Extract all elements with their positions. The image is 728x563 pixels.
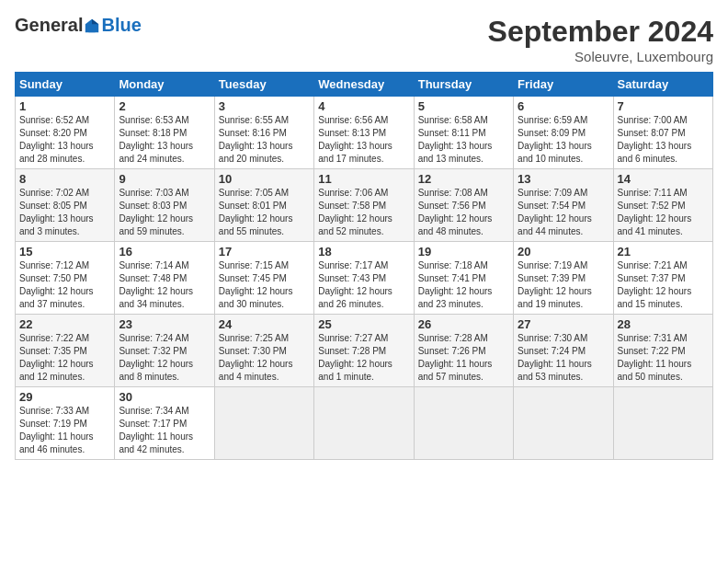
day-info: Sunrise: 7:19 AM Sunset: 7:39 PM Dayligh… bbox=[518, 259, 609, 311]
page-header: General Blue September 2024 Soleuvre, Lu… bbox=[15, 15, 713, 64]
calendar-cell bbox=[314, 387, 414, 460]
svg-rect-2 bbox=[89, 26, 96, 31]
logo: General Blue bbox=[15, 15, 142, 36]
day-info: Sunrise: 7:08 AM Sunset: 7:56 PM Dayligh… bbox=[418, 187, 509, 238]
day-number: 18 bbox=[318, 245, 409, 259]
day-info: Sunrise: 7:31 AM Sunset: 7:22 PM Dayligh… bbox=[618, 332, 709, 384]
col-tuesday: Tuesday bbox=[214, 73, 313, 97]
day-info: Sunrise: 6:52 AM Sunset: 8:20 PM Dayligh… bbox=[19, 114, 110, 166]
day-number: 24 bbox=[219, 317, 310, 331]
calendar-cell: 30Sunrise: 7:34 AM Sunset: 7:17 PM Dayli… bbox=[115, 387, 214, 460]
calendar-cell: 15Sunrise: 7:12 AM Sunset: 7:50 PM Dayli… bbox=[16, 242, 115, 315]
col-sunday: Sunday bbox=[16, 73, 115, 97]
day-info: Sunrise: 6:55 AM Sunset: 8:16 PM Dayligh… bbox=[219, 114, 310, 166]
calendar-cell: 22Sunrise: 7:22 AM Sunset: 7:35 PM Dayli… bbox=[16, 315, 115, 387]
calendar-cell: 8Sunrise: 7:02 AM Sunset: 8:05 PM Daylig… bbox=[16, 169, 115, 242]
calendar-cell: 10Sunrise: 7:05 AM Sunset: 8:01 PM Dayli… bbox=[214, 169, 313, 242]
day-info: Sunrise: 7:21 AM Sunset: 7:37 PM Dayligh… bbox=[618, 259, 709, 311]
calendar-cell: 9Sunrise: 7:03 AM Sunset: 8:03 PM Daylig… bbox=[115, 169, 214, 242]
day-info: Sunrise: 7:05 AM Sunset: 8:01 PM Dayligh… bbox=[219, 187, 310, 238]
day-info: Sunrise: 7:34 AM Sunset: 7:17 PM Dayligh… bbox=[119, 405, 210, 456]
calendar-cell: 14Sunrise: 7:11 AM Sunset: 7:52 PM Dayli… bbox=[613, 169, 712, 242]
calendar-cell: 23Sunrise: 7:24 AM Sunset: 7:32 PM Dayli… bbox=[115, 315, 214, 387]
day-info: Sunrise: 7:06 AM Sunset: 7:58 PM Dayligh… bbox=[318, 187, 409, 238]
title-block: September 2024 Soleuvre, Luxembourg bbox=[488, 15, 713, 64]
day-info: Sunrise: 7:02 AM Sunset: 8:05 PM Dayligh… bbox=[19, 187, 110, 238]
day-number: 14 bbox=[618, 172, 709, 186]
col-saturday: Saturday bbox=[613, 73, 712, 97]
calendar-cell: 21Sunrise: 7:21 AM Sunset: 7:37 PM Dayli… bbox=[613, 242, 712, 315]
day-number: 21 bbox=[618, 245, 709, 259]
calendar-week-row: 8Sunrise: 7:02 AM Sunset: 8:05 PM Daylig… bbox=[16, 169, 713, 242]
day-number: 28 bbox=[618, 317, 709, 331]
day-info: Sunrise: 7:28 AM Sunset: 7:26 PM Dayligh… bbox=[418, 332, 509, 384]
calendar-cell: 2Sunrise: 6:53 AM Sunset: 8:18 PM Daylig… bbox=[115, 97, 214, 169]
day-info: Sunrise: 7:14 AM Sunset: 7:48 PM Dayligh… bbox=[119, 259, 210, 311]
day-number: 23 bbox=[119, 317, 210, 331]
calendar-cell: 27Sunrise: 7:30 AM Sunset: 7:24 PM Dayli… bbox=[514, 315, 613, 387]
day-number: 26 bbox=[418, 317, 509, 331]
calendar-cell: 18Sunrise: 7:17 AM Sunset: 7:43 PM Dayli… bbox=[314, 242, 414, 315]
col-monday: Monday bbox=[115, 73, 214, 97]
logo-blue: Blue bbox=[101, 15, 141, 36]
calendar-cell: 6Sunrise: 6:59 AM Sunset: 8:09 PM Daylig… bbox=[514, 97, 613, 169]
calendar-cell: 24Sunrise: 7:25 AM Sunset: 7:30 PM Dayli… bbox=[214, 315, 313, 387]
day-info: Sunrise: 7:09 AM Sunset: 7:54 PM Dayligh… bbox=[518, 187, 609, 238]
calendar-cell bbox=[613, 387, 712, 460]
calendar-cell: 25Sunrise: 7:27 AM Sunset: 7:28 PM Dayli… bbox=[314, 315, 414, 387]
calendar-week-row: 29Sunrise: 7:33 AM Sunset: 7:19 PM Dayli… bbox=[16, 387, 713, 460]
day-number: 2 bbox=[119, 99, 210, 113]
day-number: 10 bbox=[219, 172, 310, 186]
day-number: 3 bbox=[219, 99, 310, 113]
day-info: Sunrise: 6:58 AM Sunset: 8:11 PM Dayligh… bbox=[418, 114, 509, 166]
calendar-cell: 13Sunrise: 7:09 AM Sunset: 7:54 PM Dayli… bbox=[514, 169, 613, 242]
day-number: 13 bbox=[518, 172, 609, 186]
col-friday: Friday bbox=[514, 73, 613, 97]
calendar-header-row: Sunday Monday Tuesday Wednesday Thursday… bbox=[16, 73, 713, 97]
calendar-week-row: 1Sunrise: 6:52 AM Sunset: 8:20 PM Daylig… bbox=[16, 97, 713, 169]
calendar-cell bbox=[214, 387, 313, 460]
day-info: Sunrise: 7:33 AM Sunset: 7:19 PM Dayligh… bbox=[19, 405, 110, 456]
calendar-week-row: 22Sunrise: 7:22 AM Sunset: 7:35 PM Dayli… bbox=[16, 315, 713, 387]
day-number: 6 bbox=[518, 99, 609, 113]
calendar-cell: 16Sunrise: 7:14 AM Sunset: 7:48 PM Dayli… bbox=[115, 242, 214, 315]
day-info: Sunrise: 6:53 AM Sunset: 8:18 PM Dayligh… bbox=[119, 114, 210, 166]
logo-icon bbox=[84, 17, 100, 34]
day-info: Sunrise: 7:30 AM Sunset: 7:24 PM Dayligh… bbox=[518, 332, 609, 384]
day-info: Sunrise: 6:56 AM Sunset: 8:13 PM Dayligh… bbox=[318, 114, 409, 166]
day-info: Sunrise: 7:03 AM Sunset: 8:03 PM Dayligh… bbox=[119, 187, 210, 238]
calendar-cell: 11Sunrise: 7:06 AM Sunset: 7:58 PM Dayli… bbox=[314, 169, 414, 242]
day-number: 5 bbox=[418, 99, 509, 113]
day-number: 16 bbox=[119, 245, 210, 259]
calendar-cell: 28Sunrise: 7:31 AM Sunset: 7:22 PM Dayli… bbox=[613, 315, 712, 387]
calendar-table: Sunday Monday Tuesday Wednesday Thursday… bbox=[15, 72, 713, 460]
day-number: 7 bbox=[618, 99, 709, 113]
day-number: 12 bbox=[418, 172, 509, 186]
day-number: 9 bbox=[119, 172, 210, 186]
col-wednesday: Wednesday bbox=[314, 73, 414, 97]
calendar-cell: 1Sunrise: 6:52 AM Sunset: 8:20 PM Daylig… bbox=[16, 97, 115, 169]
day-number: 17 bbox=[219, 245, 310, 259]
day-info: Sunrise: 7:11 AM Sunset: 7:52 PM Dayligh… bbox=[618, 187, 709, 238]
day-info: Sunrise: 7:25 AM Sunset: 7:30 PM Dayligh… bbox=[219, 332, 310, 384]
day-info: Sunrise: 7:18 AM Sunset: 7:41 PM Dayligh… bbox=[418, 259, 509, 311]
calendar-cell: 3Sunrise: 6:55 AM Sunset: 8:16 PM Daylig… bbox=[214, 97, 313, 169]
calendar-cell: 26Sunrise: 7:28 AM Sunset: 7:26 PM Dayli… bbox=[414, 315, 513, 387]
day-number: 29 bbox=[19, 390, 110, 404]
day-info: Sunrise: 7:15 AM Sunset: 7:45 PM Dayligh… bbox=[219, 259, 310, 311]
day-info: Sunrise: 7:24 AM Sunset: 7:32 PM Dayligh… bbox=[119, 332, 210, 384]
day-number: 20 bbox=[518, 245, 609, 259]
calendar-cell: 20Sunrise: 7:19 AM Sunset: 7:39 PM Dayli… bbox=[514, 242, 613, 315]
day-number: 22 bbox=[19, 317, 110, 331]
day-info: Sunrise: 6:59 AM Sunset: 8:09 PM Dayligh… bbox=[518, 114, 609, 166]
calendar-cell: 4Sunrise: 6:56 AM Sunset: 8:13 PM Daylig… bbox=[314, 97, 414, 169]
day-number: 1 bbox=[19, 99, 110, 113]
calendar-cell: 19Sunrise: 7:18 AM Sunset: 7:41 PM Dayli… bbox=[414, 242, 513, 315]
day-number: 4 bbox=[318, 99, 409, 113]
svg-marker-1 bbox=[92, 18, 98, 23]
day-number: 11 bbox=[318, 172, 409, 186]
month-title: September 2024 bbox=[488, 15, 713, 49]
calendar-cell: 17Sunrise: 7:15 AM Sunset: 7:45 PM Dayli… bbox=[214, 242, 313, 315]
day-info: Sunrise: 7:00 AM Sunset: 8:07 PM Dayligh… bbox=[618, 114, 709, 166]
day-info: Sunrise: 7:17 AM Sunset: 7:43 PM Dayligh… bbox=[318, 259, 409, 311]
